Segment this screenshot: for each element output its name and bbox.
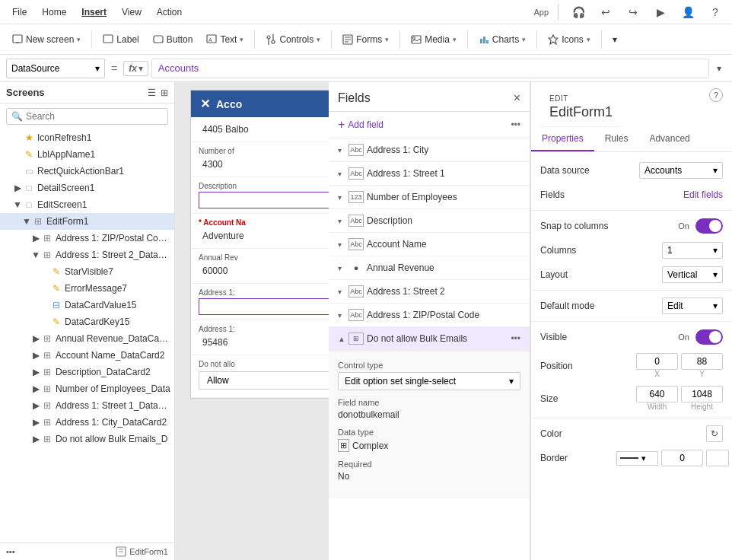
tree-item-street1-datacard[interactable]: ▶ ⊞ Address 1: Street 1_DataCar <box>0 397 174 414</box>
formula-value[interactable]: Accounts <box>151 59 709 78</box>
bottom-bar-editform1[interactable]: EditForm1 <box>116 546 168 557</box>
field-input[interactable] <box>199 192 329 208</box>
field-item-street2[interactable]: ▾ Abc Address 1: Street 2 <box>329 280 530 304</box>
field-item-numemployees[interactable]: ▾ 123 Number of Employees <box>329 186 530 209</box>
columns-select[interactable]: 1 ▾ <box>662 242 723 259</box>
tree-item-iconrefresh1[interactable]: ★ IconRefresh1 <box>0 129 174 146</box>
label-button[interactable]: Label <box>97 31 145 48</box>
tree-item-street2-datacard[interactable]: ▼ ⊞ Address 1: Street 2_DataCar <box>0 247 174 263</box>
help-icon[interactable]: ? <box>705 2 726 23</box>
field-item-city[interactable]: ▾ Abc Address 1: City <box>329 138 530 162</box>
tree-item-accountname-datacard[interactable]: ▶ ⊞ Account Name_DataCard2 <box>0 347 174 364</box>
sep2 <box>531 290 732 291</box>
tree-item-rectquickactionbar1[interactable]: ▭ RectQuickActionBar1 <box>0 163 174 180</box>
play-icon[interactable]: ▶ <box>650 2 671 23</box>
x-label: X <box>636 370 678 378</box>
menu-view[interactable]: View <box>116 4 148 21</box>
menu-insert[interactable]: Insert <box>75 4 113 21</box>
new-screen-button[interactable]: New screen ▾ <box>6 31 87 48</box>
edit-fields-link[interactable]: Edit fields <box>683 189 723 200</box>
position-y-input[interactable] <box>681 353 723 370</box>
layout-select[interactable]: Vertical ▾ <box>662 266 723 283</box>
size-width-input[interactable] <box>636 386 678 402</box>
tab-rules[interactable]: Rules <box>594 127 639 151</box>
field-item-zipcode[interactable]: ▾ Abc Address 1: ZIP/Postal Code <box>329 304 530 327</box>
tree-item-bulkemail-datacard[interactable]: ▶ ⊞ Do not allow Bulk Emails_D <box>0 431 174 447</box>
button-button[interactable]: Button <box>147 31 199 48</box>
tree-item-zipcode[interactable]: ▶ ⊞ Address 1: ZIP/Postal Code_ <box>0 230 174 247</box>
field-item-bulkemail[interactable]: ▲ ⊞ Do not allow Bulk Emails ••• <box>329 327 530 351</box>
field-more-icon[interactable]: ••• <box>511 333 520 344</box>
undo-icon[interactable]: ↩ <box>595 2 616 23</box>
formula-chevron[interactable]: ▾ <box>712 63 726 74</box>
tree-item-description-datacard[interactable]: ▶ ⊞ Description_DataCard2 <box>0 364 174 380</box>
border-value-input[interactable] <box>661 450 703 466</box>
position-labels-row: X Y <box>636 370 723 378</box>
tree-item-editform1[interactable]: ▼ ⊞ EditForm1 <box>0 213 174 230</box>
border-color-swatch[interactable] <box>706 450 729 466</box>
forms-button[interactable]: Forms ▾ <box>336 31 395 48</box>
defaultmode-select[interactable]: Edit ▾ <box>662 298 723 314</box>
search-input[interactable] <box>26 111 163 122</box>
bottom-bar-more[interactable]: ••• <box>6 547 15 556</box>
allow-button[interactable]: Allow <box>199 371 329 390</box>
tree-item-numemployees-datacard[interactable]: ▶ ⊞ Number of Employees_Data <box>0 380 174 397</box>
tree-item-lblappname1[interactable]: ✎ LblAppName1 <box>0 146 174 163</box>
color-refresh-icon[interactable]: ↻ <box>706 425 723 442</box>
menu-action[interactable]: Action <box>151 4 188 21</box>
icons-button[interactable]: Icons ▾ <box>542 31 597 48</box>
form-close-icon[interactable]: ✕ <box>200 97 210 111</box>
tab-properties[interactable]: Properties <box>531 127 594 151</box>
tree-item-detailscreen1[interactable]: ▶ □ DetailScreen1 <box>0 180 174 196</box>
field-item-description[interactable]: ▾ Abc Description <box>329 209 530 233</box>
menu-home[interactable]: Home <box>36 4 72 21</box>
field-input[interactable] <box>199 298 329 315</box>
menu-file[interactable]: File <box>6 4 33 21</box>
field-label: Do not allo <box>199 360 329 368</box>
datasource-selector[interactable]: DataSource ▾ <box>6 59 105 78</box>
charts-button[interactable]: Charts ▾ <box>473 31 532 48</box>
forms-chevron: ▾ <box>385 36 389 43</box>
media-button[interactable]: Media ▾ <box>405 31 463 48</box>
edit-label: EDIT <box>540 88 622 104</box>
fields-more-icon[interactable]: ••• <box>511 119 520 130</box>
grid-view-icon[interactable]: ⊞ <box>161 88 168 98</box>
help-question-icon[interactable]: ? <box>709 88 723 102</box>
tree-item-city-datacard[interactable]: ▶ ⊞ Address 1: City_DataCard2 <box>0 414 174 431</box>
tree-item-starvisible7[interactable]: ✎ StarVisible7 <box>0 263 174 280</box>
fields-close-button[interactable]: × <box>514 91 520 105</box>
field-item-annualrevenue[interactable]: ▾ ● Annual Revenue <box>329 256 530 280</box>
equals-sign[interactable]: = <box>108 62 120 75</box>
border-style-select[interactable]: ▾ <box>616 451 658 466</box>
headset-icon[interactable]: 🎧 <box>568 2 589 23</box>
tree-item-errormessage7[interactable]: ✎ ErrorMessage7 <box>0 280 174 297</box>
data-type-label: Data type <box>338 428 520 437</box>
list-view-icon[interactable]: ☰ <box>148 88 156 98</box>
tree-item-datacardvalue15[interactable]: ⊟ DataCardValue15 <box>0 297 174 313</box>
size-labels-row: Width Height <box>636 402 723 411</box>
visible-toggle[interactable] <box>695 329 723 345</box>
size-height-input[interactable] <box>681 386 723 402</box>
snap-toggle[interactable] <box>695 218 723 234</box>
tree-item-datacardkey15[interactable]: ✎ DataCardKey15 <box>0 313 174 330</box>
prop-row-snap: Snap to columns On <box>531 214 732 238</box>
text-button[interactable]: A Text ▾ <box>200 31 250 48</box>
size-xy-row <box>636 386 723 402</box>
tree-label: Address 1: Street 1_DataCar <box>56 400 171 411</box>
tree-item-annualrevenue-datacard[interactable]: ▶ ⊞ Annual Revenue_DataCard2 <box>0 330 174 347</box>
more-button[interactable]: ▾ <box>606 31 623 48</box>
controls-button[interactable]: Controls ▾ <box>259 31 326 48</box>
tree-item-editscreen1[interactable]: ▼ □ EditScreen1 <box>0 196 174 213</box>
fx-button[interactable]: fx ▾ <box>123 61 148 76</box>
add-field-button[interactable]: + Add field ••• <box>329 112 530 138</box>
person-icon[interactable]: 👤 <box>677 2 699 23</box>
field-item-accountname[interactable]: ▾ Abc Account Name <box>329 233 530 256</box>
control-type-select[interactable]: Edit option set single-select ▾ <box>338 372 520 390</box>
position-x-input[interactable] <box>636 353 678 370</box>
panel-header: Screens ☰ ⊞ <box>0 82 174 103</box>
prop-value-border: ▾ <box>616 450 729 466</box>
tab-advanced[interactable]: Advanced <box>638 127 700 151</box>
redo-icon[interactable]: ↪ <box>622 2 644 23</box>
field-item-street1[interactable]: ▾ Abc Address 1: Street 1 <box>329 162 530 186</box>
datasource-select[interactable]: Accounts ▾ <box>639 162 723 179</box>
